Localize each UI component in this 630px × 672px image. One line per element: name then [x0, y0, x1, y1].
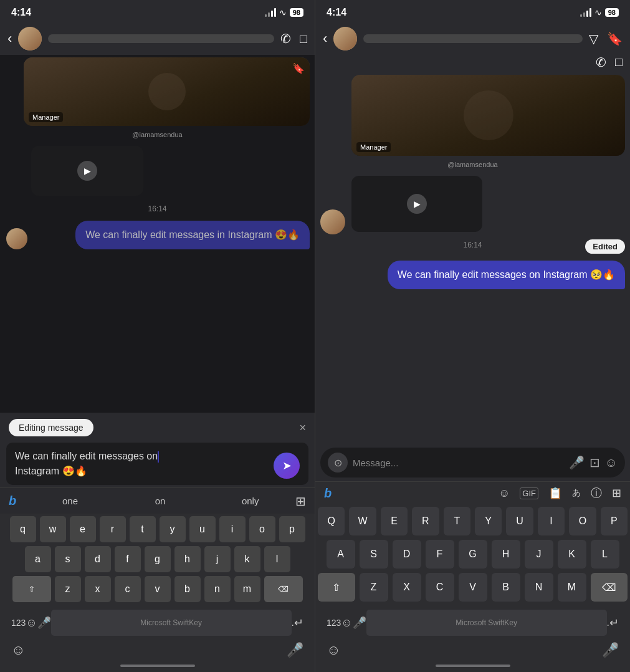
right-key-backspace[interactable]: ⌫	[591, 573, 628, 602]
suggestion-on[interactable]: on	[115, 493, 206, 509]
suggestion-only[interactable]: only	[205, 493, 295, 509]
right-gif-icon[interactable]: GIF	[520, 487, 538, 499]
key-i[interactable]: i	[219, 516, 246, 542]
key-z[interactable]: z	[55, 576, 81, 602]
right-key-G[interactable]: G	[459, 540, 487, 569]
close-editing-button[interactable]: ×	[299, 421, 306, 434]
right-key-U[interactable]: U	[506, 507, 533, 535]
right-back-button[interactable]: ‹	[323, 31, 327, 47]
key-v[interactable]: v	[145, 576, 171, 602]
key-t[interactable]: t	[130, 516, 156, 542]
right-key-J[interactable]: J	[525, 540, 553, 569]
left-play-button[interactable]: ▶	[77, 161, 97, 181]
key-l[interactable]: l	[264, 546, 290, 572]
left-source-label: @iamamsendua	[5, 128, 310, 141]
right-key-P[interactable]: P	[601, 507, 628, 535]
right-key-123[interactable]: 123	[327, 618, 341, 628]
key-space-left[interactable]: Microsoft SwiftKey	[51, 610, 292, 636]
right-message-input-bar[interactable]: ⊙ Message... 🎤 ⊡ ☺	[320, 448, 625, 478]
key-p[interactable]: p	[279, 516, 305, 542]
right-key-Y[interactable]: Y	[475, 507, 502, 535]
suggestion-one[interactable]: one	[25, 493, 115, 509]
right-key-return[interactable]: ↵	[609, 616, 619, 630]
right-key-T[interactable]: T	[444, 507, 470, 535]
key-mic-left[interactable]: 🎤	[37, 616, 51, 630]
right-key-Z[interactable]: Z	[360, 573, 388, 602]
key-f[interactable]: f	[115, 546, 141, 572]
right-key-X[interactable]: X	[393, 573, 421, 602]
right-info-icon[interactable]: ⓘ	[591, 486, 602, 501]
right-image-input-icon[interactable]: ⊡	[589, 455, 600, 470]
left-input-text[interactable]: We can finally edit messages on Instagra…	[15, 449, 267, 479]
left-phone-icon[interactable]: ✆	[280, 31, 291, 46]
key-d[interactable]: d	[85, 546, 111, 572]
key-c[interactable]: c	[115, 576, 141, 602]
right-key-mic-bottom[interactable]: 🎤	[602, 642, 619, 658]
key-123-left[interactable]: 123	[11, 618, 26, 628]
right-sticker-input-icon[interactable]: ☺	[605, 456, 618, 470]
key-j[interactable]: j	[204, 546, 231, 572]
right-key-space[interactable]: Microsoft SwiftKey	[366, 610, 607, 636]
key-u[interactable]: u	[189, 516, 216, 542]
left-back-button[interactable]: ‹	[7, 31, 12, 47]
key-r[interactable]: r	[100, 516, 126, 542]
key-h[interactable]: h	[174, 546, 201, 572]
key-o[interactable]: o	[249, 516, 275, 542]
right-key-E[interactable]: E	[381, 507, 408, 535]
right-key-F[interactable]: F	[426, 540, 454, 569]
key-return-left[interactable]: ↵	[294, 616, 303, 630]
right-key-S[interactable]: S	[360, 540, 388, 569]
autocomplete-grid-icon[interactable]: ⊞	[295, 494, 306, 509]
right-phone-icon[interactable]: ✆	[596, 55, 606, 70]
right-key-C[interactable]: C	[426, 573, 454, 602]
key-g[interactable]: g	[145, 546, 171, 572]
right-key-I[interactable]: I	[538, 507, 565, 535]
left-video-icon[interactable]: □	[300, 32, 307, 46]
right-key-W[interactable]: W	[349, 507, 376, 535]
right-key-Q[interactable]: Q	[318, 507, 345, 535]
key-e[interactable]: e	[70, 516, 96, 542]
right-lang-icon[interactable]: あ	[572, 487, 581, 499]
key-k[interactable]: k	[234, 546, 260, 572]
key-x[interactable]: x	[85, 576, 111, 602]
right-key-B[interactable]: B	[492, 573, 520, 602]
right-key-shift[interactable]: ⇧	[318, 573, 355, 602]
key-q[interactable]: q	[10, 516, 36, 542]
key-emoji-left[interactable]: ☺	[26, 617, 37, 630]
key-a[interactable]: a	[25, 546, 51, 572]
right-camera-button[interactable]: ⊙	[328, 453, 348, 473]
key-y[interactable]: y	[160, 516, 186, 542]
key-m[interactable]: m	[234, 576, 260, 602]
right-key-L[interactable]: L	[591, 540, 619, 569]
right-key-O[interactable]: O	[569, 507, 596, 535]
right-bookmark-icon[interactable]: 🔖	[607, 31, 623, 46]
key-b[interactable]: b	[174, 576, 201, 602]
right-play-button[interactable]: ▶	[407, 194, 427, 214]
right-key-M[interactable]: M	[558, 573, 586, 602]
right-key-emoji[interactable]: ☺	[341, 617, 352, 630]
right-key-H[interactable]: H	[492, 540, 520, 569]
right-key-A[interactable]: A	[327, 540, 355, 569]
right-key-D[interactable]: D	[393, 540, 421, 569]
right-key-N[interactable]: N	[525, 573, 553, 602]
right-video-icon[interactable]: □	[615, 55, 623, 70]
right-grid-icon[interactable]: ⊞	[612, 486, 621, 500]
right-filter-icon[interactable]: ▽	[589, 31, 598, 46]
key-n[interactable]: n	[204, 576, 231, 602]
right-key-K[interactable]: K	[558, 540, 586, 569]
right-key-smiley-bottom[interactable]: ☺	[327, 642, 340, 658]
right-key-R[interactable]: R	[412, 507, 439, 535]
right-smiley-icon[interactable]: ☺	[499, 487, 510, 500]
right-key-V[interactable]: V	[459, 573, 487, 602]
key-shift[interactable]: ⇧	[12, 576, 51, 602]
key-s[interactable]: s	[55, 546, 81, 572]
send-button[interactable]: ➤	[274, 453, 300, 479]
right-key-mic[interactable]: 🎤	[353, 616, 366, 630]
right-clipboard-icon[interactable]: 📋	[548, 486, 562, 500]
key-w[interactable]: w	[40, 516, 66, 542]
key-mic-bottom-left[interactable]: 🎤	[287, 642, 303, 658]
left-input-area[interactable]: We can finally edit messages on Instagra…	[6, 443, 308, 485]
key-smiley-bottom-left[interactable]: ☺	[11, 642, 25, 658]
key-backspace[interactable]: ⌫	[264, 576, 303, 602]
right-mic-input-icon[interactable]: 🎤	[569, 455, 585, 470]
